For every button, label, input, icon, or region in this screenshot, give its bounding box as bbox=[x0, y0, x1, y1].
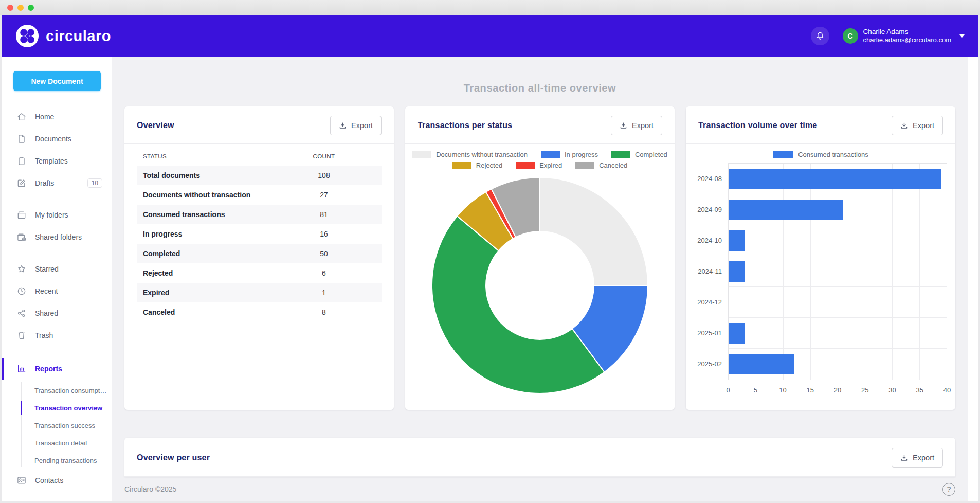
user-menu[interactable]: C Charlie Adams charlie.adams@circularo.… bbox=[843, 28, 965, 44]
avatar: C bbox=[843, 28, 858, 44]
bar[interactable] bbox=[729, 230, 745, 251]
draft-icon bbox=[16, 178, 27, 188]
sidebar-item-drafts[interactable]: Drafts 10 bbox=[2, 172, 112, 194]
clock-icon bbox=[16, 286, 27, 296]
template-icon bbox=[16, 156, 27, 166]
sidebar-item-starred[interactable]: Starred bbox=[2, 258, 112, 280]
export-overview-button[interactable]: Export bbox=[330, 116, 382, 135]
donut-chart[interactable] bbox=[429, 175, 650, 396]
x-axis-tick-label: 10 bbox=[779, 386, 786, 394]
subnav-item-transaction-consumption[interactable]: Transaction consumpt… bbox=[2, 382, 112, 399]
subnav-item-transaction-overview[interactable]: Transaction overview bbox=[2, 399, 112, 417]
sidebar-item-templates[interactable]: Templates bbox=[2, 150, 112, 172]
bar[interactable] bbox=[729, 354, 794, 374]
x-axis-tick-label: 30 bbox=[888, 386, 896, 394]
column-header-status: STATUS bbox=[143, 153, 273, 159]
sidebar-item-label: Documents bbox=[35, 135, 71, 143]
legend-swatch bbox=[412, 151, 431, 158]
table-header: STATUS COUNT bbox=[137, 147, 382, 166]
table-row: Canceled8 bbox=[137, 302, 382, 322]
download-icon bbox=[900, 122, 908, 130]
x-axis-tick-label: 5 bbox=[754, 386, 757, 394]
sidebar-item-label: Templates bbox=[35, 157, 68, 165]
sidebar-item-reports[interactable]: Reports bbox=[2, 356, 112, 382]
legend-label: Documents without transaction bbox=[436, 151, 528, 158]
bar-row bbox=[729, 194, 947, 225]
overview-per-user-card: Overview per user Export bbox=[124, 438, 955, 477]
table-row: Expired1 bbox=[137, 283, 382, 302]
sidebar-item-label: Trash bbox=[35, 331, 53, 339]
download-icon bbox=[900, 454, 908, 462]
x-axis-tick-label: 35 bbox=[916, 386, 923, 394]
new-document-button[interactable]: New Document bbox=[13, 71, 101, 91]
sidebar-item-label: Reports bbox=[35, 365, 62, 373]
donut-segment[interactable] bbox=[540, 177, 648, 285]
subnav-item-transaction-detail[interactable]: Transaction detail bbox=[2, 434, 112, 452]
x-axis-tick-label: 25 bbox=[861, 386, 868, 394]
window-close-button[interactable] bbox=[7, 5, 13, 11]
y-axis-labels: 2024-082024-092024-102024-112024-122025-… bbox=[691, 163, 728, 380]
card-title: Transactions per status bbox=[418, 121, 512, 130]
app-header: circularo C Charlie Adams charlie.ad bbox=[2, 15, 978, 57]
export-per-user-button[interactable]: Export bbox=[892, 448, 943, 468]
download-icon bbox=[620, 122, 627, 130]
sidebar-item-label: Starred bbox=[35, 265, 59, 273]
sidebar-item-documents[interactable]: Documents bbox=[2, 128, 112, 150]
donut-legend-row-2: Rejected Expired Canceled bbox=[405, 161, 675, 169]
subnav-item-pending-transactions[interactable]: Pending transactions bbox=[2, 452, 112, 469]
help-button[interactable]: ? bbox=[942, 483, 955, 496]
bar[interactable] bbox=[729, 323, 745, 344]
transactions-per-status-card: Transactions per status Export Documents… bbox=[405, 106, 675, 410]
notifications-button[interactable] bbox=[811, 27, 829, 45]
sidebar-item-shared-folders[interactable]: Shared folders bbox=[2, 226, 112, 248]
divider bbox=[2, 496, 112, 496]
legend-label: Expired bbox=[539, 161, 562, 169]
sidebar-item-label: Shared bbox=[35, 309, 58, 317]
window-titlebar bbox=[0, 0, 980, 15]
bar[interactable] bbox=[729, 261, 745, 282]
legend-swatch bbox=[516, 162, 535, 169]
bar-chart: 2024-082024-092024-102024-112024-122025-… bbox=[691, 163, 947, 380]
x-axis-ticks: 0510152025303540 bbox=[728, 383, 947, 397]
x-axis-tick-label: 0 bbox=[726, 386, 730, 394]
sidebar-item-my-folders[interactable]: My folders bbox=[2, 204, 112, 226]
window-minimize-button[interactable] bbox=[17, 5, 24, 11]
y-axis-label: 2024-12 bbox=[691, 286, 728, 317]
bar-plot-area[interactable] bbox=[728, 163, 947, 380]
divider bbox=[2, 253, 112, 253]
home-icon bbox=[16, 112, 27, 122]
user-name: Charlie Adams bbox=[863, 28, 951, 36]
bar-row bbox=[729, 287, 947, 318]
export-status-chart-button[interactable]: Export bbox=[611, 116, 662, 135]
reports-icon bbox=[16, 364, 27, 374]
table-row: Consumed transactions81 bbox=[137, 205, 382, 224]
x-axis-tick-label: 15 bbox=[807, 386, 814, 394]
y-axis-label: 2024-10 bbox=[691, 225, 728, 256]
overview-table: STATUS COUNT Total documents108 Document… bbox=[124, 144, 394, 322]
sidebar-item-recent[interactable]: Recent bbox=[2, 280, 112, 302]
table-row: Completed50 bbox=[137, 244, 382, 263]
sidebar-item-contacts[interactable]: Contacts bbox=[2, 469, 112, 491]
vertical-scrollbar[interactable] bbox=[968, 57, 978, 501]
chevron-down-icon bbox=[959, 34, 965, 38]
bar[interactable] bbox=[729, 200, 843, 220]
sidebar-item-trash[interactable]: Trash bbox=[2, 324, 112, 346]
legend-swatch bbox=[773, 151, 793, 158]
window-zoom-button[interactable] bbox=[28, 5, 34, 11]
bar[interactable] bbox=[729, 169, 941, 189]
divider bbox=[2, 199, 112, 199]
sidebar-item-home[interactable]: Home bbox=[2, 105, 112, 128]
y-axis-label: 2025-01 bbox=[691, 317, 728, 348]
app-window: circularo C Charlie Adams charlie.ad bbox=[0, 0, 980, 503]
card-title: Transaction volume over time bbox=[698, 121, 817, 130]
y-axis-label: 2025-02 bbox=[691, 348, 728, 379]
legend-swatch bbox=[452, 162, 471, 169]
sidebar-item-shared[interactable]: Shared bbox=[2, 302, 112, 324]
trash-icon bbox=[16, 330, 27, 340]
subnav-item-transaction-success[interactable]: Transaction success bbox=[2, 417, 112, 434]
legend-label: Rejected bbox=[476, 161, 502, 169]
table-row: Total documents108 bbox=[137, 166, 382, 185]
brand-logo[interactable]: circularo bbox=[15, 24, 111, 48]
x-axis-tick-label: 20 bbox=[834, 386, 841, 394]
export-volume-chart-button[interactable]: Export bbox=[892, 116, 943, 135]
